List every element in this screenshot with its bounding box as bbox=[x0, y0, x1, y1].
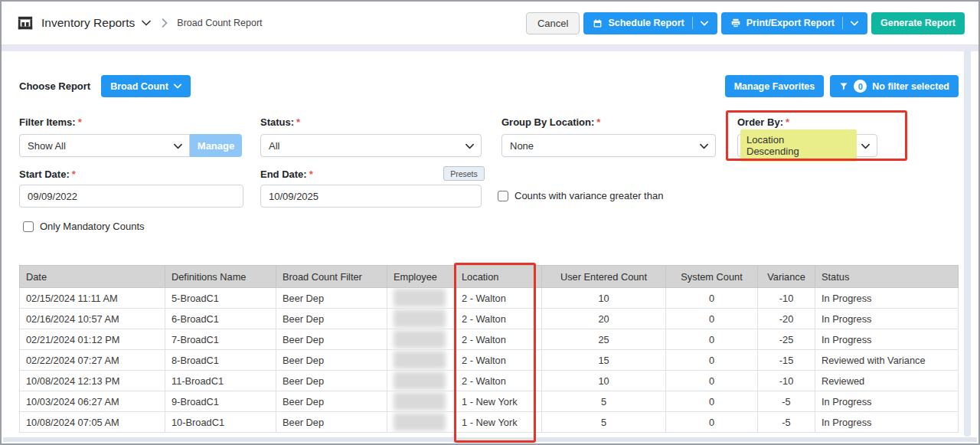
cell-status: In Progress bbox=[815, 412, 959, 433]
cell-system_count: 0 bbox=[666, 371, 758, 391]
cell-definition: 10-BroadC1 bbox=[165, 412, 276, 433]
cell-variance: -25 bbox=[758, 329, 815, 350]
filter-funnel-icon bbox=[839, 82, 848, 91]
filter-items-value: Show All bbox=[28, 140, 66, 152]
cell-location: 2 - Walton bbox=[456, 309, 542, 329]
redacted-employee-name bbox=[394, 330, 446, 348]
filter-status-label: No filter selected bbox=[872, 81, 949, 92]
cell-employee bbox=[387, 412, 456, 433]
cell-system_count: 0 bbox=[666, 309, 758, 329]
group-by-location-label: Group By Location:* bbox=[501, 116, 600, 128]
mandatory-checkbox[interactable] bbox=[23, 221, 34, 232]
cell-status: In Progress bbox=[815, 288, 959, 309]
filter-count-badge: 0 bbox=[854, 80, 867, 93]
cell-status: Reviewed with Variance bbox=[815, 350, 959, 371]
main-content: Choose Report Broad Count Manage Favorit… bbox=[2, 51, 978, 443]
inventory-shelf-icon bbox=[17, 15, 34, 31]
presets-button[interactable]: Presets bbox=[443, 166, 485, 181]
mandatory-checkbox-label: Only Mandatory Counts bbox=[40, 221, 145, 232]
variance-checkbox[interactable] bbox=[498, 191, 508, 201]
column-header-status: Status bbox=[815, 266, 959, 288]
print-export-report-button[interactable]: Print/Export Report bbox=[721, 12, 867, 34]
cell-definition: 7-BroadC1 bbox=[165, 329, 276, 350]
redacted-employee-name bbox=[394, 309, 446, 328]
cell-filter: Beer Dep bbox=[276, 309, 387, 329]
cell-employee bbox=[387, 350, 456, 371]
breadcrumb-separator-icon bbox=[162, 18, 168, 28]
print-export-label: Print/Export Report bbox=[746, 18, 835, 28]
breadcrumb: Broad Count Report bbox=[177, 18, 262, 28]
schedule-report-button[interactable]: Schedule Report bbox=[583, 12, 717, 34]
column-header-definitions-name: Definitions Name bbox=[165, 266, 276, 288]
horizontal-scrollbar[interactable] bbox=[3, 437, 977, 442]
end-date-input[interactable] bbox=[260, 185, 482, 208]
cancel-button[interactable]: Cancel bbox=[526, 12, 580, 34]
manage-favorites-button[interactable]: Manage Favorites bbox=[725, 75, 825, 97]
cell-definition: 6-BroadC1 bbox=[165, 309, 276, 329]
filter-items-label: Filter Items:* bbox=[19, 116, 82, 128]
cell-definition: 9-BroadC1 bbox=[165, 391, 276, 412]
order-by-label: Order By:* bbox=[737, 116, 789, 128]
cell-definition: 8-BroadC1 bbox=[165, 350, 276, 371]
group-by-location-select[interactable]: None bbox=[501, 134, 716, 157]
cell-location: 1 - New York bbox=[456, 412, 542, 433]
column-header-broad-count-filter: Broad Count Filter bbox=[276, 266, 387, 288]
cell-status: In Progress bbox=[815, 309, 959, 329]
cell-filter: Beer Dep bbox=[276, 412, 387, 433]
calendar-icon bbox=[593, 18, 603, 28]
cell-location: 2 - Walton bbox=[456, 371, 542, 391]
chevron-down-icon[interactable] bbox=[701, 21, 708, 26]
page-title: Inventory Reports bbox=[41, 16, 135, 30]
redacted-employee-name bbox=[394, 413, 446, 431]
filter-items-select[interactable]: Show All bbox=[19, 134, 190, 157]
end-date-label: End Date:* bbox=[260, 169, 313, 180]
cell-user_count: 10 bbox=[542, 288, 666, 309]
required-asterisk: * bbox=[78, 116, 82, 128]
button-divider bbox=[842, 17, 843, 29]
manage-filter-items-button[interactable]: Manage bbox=[190, 134, 242, 157]
cell-status: In Progress bbox=[815, 329, 959, 350]
table-row: 10/08/2024 12:13 PM11-BroadC1Beer Dep2 -… bbox=[20, 371, 959, 391]
cell-employee bbox=[387, 288, 456, 309]
cell-filter: Beer Dep bbox=[276, 371, 387, 391]
status-label: Status:* bbox=[260, 116, 300, 128]
table-header-row: DateDefinitions NameBroad Count FilterEm… bbox=[20, 266, 959, 288]
status-value: All bbox=[269, 140, 279, 152]
chevron-down-icon[interactable] bbox=[851, 21, 858, 26]
report-type-dropdown-button[interactable]: Broad Count bbox=[101, 75, 191, 97]
cell-definition: 5-BroadC1 bbox=[165, 288, 276, 309]
reports-dropdown-chevron-icon[interactable] bbox=[142, 20, 151, 26]
cell-filter: Beer Dep bbox=[276, 391, 387, 412]
cell-filter: Beer Dep bbox=[276, 329, 387, 350]
button-divider bbox=[692, 17, 693, 29]
cell-date: 02/15/2024 11:11 AM bbox=[20, 288, 165, 309]
cell-date: 02/22/2024 07:27 AM bbox=[20, 350, 165, 371]
status-select[interactable]: All bbox=[260, 134, 482, 157]
cell-definition: 11-BroadC1 bbox=[165, 371, 276, 391]
filter-status-button[interactable]: 0 No filter selected bbox=[830, 75, 959, 97]
cell-system_count: 0 bbox=[666, 329, 758, 350]
redacted-employee-name bbox=[394, 351, 446, 369]
column-header-employee: Employee bbox=[387, 266, 456, 288]
cell-filter: Beer Dep bbox=[276, 288, 387, 309]
schedule-report-label: Schedule Report bbox=[608, 18, 684, 28]
variance-checkbox-label: Counts with variance greater than bbox=[514, 190, 663, 201]
start-date-input[interactable] bbox=[19, 185, 243, 208]
cell-location: 1 - New York bbox=[456, 391, 542, 412]
cell-user_count: 5 bbox=[542, 391, 666, 412]
redacted-employee-name bbox=[394, 371, 446, 390]
cell-variance: -20 bbox=[758, 309, 815, 329]
order-by-select[interactable]: Location Descending bbox=[737, 134, 877, 157]
cell-variance: -5 bbox=[758, 391, 815, 412]
cell-user_count: 5 bbox=[542, 412, 666, 433]
cell-date: 02/16/2024 10:57 AM bbox=[20, 309, 165, 329]
column-header-date: Date bbox=[20, 266, 165, 288]
vertical-scrollbar[interactable] bbox=[964, 49, 971, 437]
generate-report-button[interactable]: Generate Report bbox=[871, 12, 965, 34]
cell-status: In Progress bbox=[815, 391, 959, 412]
choose-report-label: Choose Report bbox=[19, 80, 90, 92]
header-divider-band bbox=[2, 45, 978, 51]
table-row: 02/15/2024 11:11 AM5-BroadC1Beer Dep2 - … bbox=[20, 288, 959, 309]
redacted-employee-name bbox=[394, 392, 446, 411]
variance-checkbox-row: Counts with variance greater than bbox=[498, 190, 663, 201]
